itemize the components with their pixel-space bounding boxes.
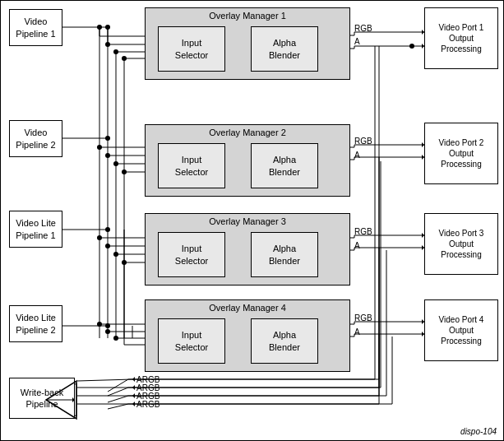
- svg-point-54: [97, 322, 102, 327]
- a-label-2: A: [354, 151, 360, 160]
- a-label-1: A: [354, 37, 360, 46]
- overlay-manager-3-title: Overlay Manager 3: [146, 216, 349, 226]
- overlay-manager-4: Overlay Manager 4 Input Selector Alpha B…: [145, 299, 350, 372]
- svg-point-57: [105, 329, 110, 334]
- diagram-caption: dispo-104: [460, 427, 497, 436]
- video-lite-pipeline-2: Video Lite Pipeline 2: [9, 305, 62, 342]
- overlay-manager-1-title: Overlay Manager 1: [146, 11, 349, 21]
- alpha-blender-1: Alpha Blender: [251, 26, 318, 72]
- input-selector-3: Input Selector: [158, 232, 225, 277]
- svg-line-126: [108, 379, 128, 392]
- a-label-4: A: [354, 327, 360, 337]
- alpha-blender-2: Alpha Blender: [251, 143, 318, 188]
- svg-point-39: [122, 169, 127, 174]
- svg-point-7: [105, 323, 110, 328]
- svg-line-135: [108, 404, 128, 409]
- svg-marker-141: [132, 377, 135, 382]
- writeback-pipeline: Write-back Pipeline: [9, 378, 75, 419]
- svg-line-129: [108, 388, 128, 396]
- rgb-label-4: RGB: [354, 313, 372, 323]
- svg-point-33: [105, 153, 110, 158]
- svg-point-22: [113, 49, 118, 54]
- svg-point-1: [105, 25, 110, 30]
- svg-point-42: [97, 235, 102, 240]
- svg-point-96: [409, 44, 414, 49]
- input-selector-1: Input Selector: [158, 26, 225, 72]
- video-port-3-output: Video Port 3 Output Processing: [424, 213, 498, 275]
- svg-point-45: [105, 244, 110, 248]
- svg-point-13: [97, 25, 102, 30]
- svg-point-26: [122, 56, 127, 61]
- video-pipeline-2: Video Pipeline 2: [9, 120, 62, 157]
- svg-point-60: [113, 336, 118, 341]
- alpha-blender-4: Alpha Blender: [251, 318, 318, 364]
- overlay-manager-1: Overlay Manager 1 Input Selector Alpha B…: [145, 7, 350, 80]
- diagram: Video Pipeline 1 Video Pipeline 2 Video …: [0, 0, 504, 441]
- overlay-manager-3: Overlay Manager 3 Input Selector Alpha B…: [145, 213, 350, 285]
- svg-marker-144: [132, 385, 135, 390]
- svg-point-3: [105, 136, 110, 141]
- overlay-manager-2: Overlay Manager 2 Input Selector Alpha B…: [145, 124, 350, 197]
- alpha-blender-3: Alpha Blender: [251, 232, 318, 277]
- svg-point-48: [113, 252, 118, 257]
- svg-line-152: [77, 379, 132, 381]
- svg-point-51: [122, 260, 127, 265]
- video-port-4-output: Video Port 4 Output Processing: [424, 299, 498, 361]
- rgb-label-3: RGB: [354, 227, 372, 236]
- video-port-1-output: Video Port 1 Output Processing: [424, 7, 498, 69]
- video-pipeline-1: Video Pipeline 1: [9, 9, 62, 46]
- video-lite-pipeline-1: Video Lite Pipeline 1: [9, 211, 62, 248]
- svg-line-132: [108, 396, 128, 402]
- overlay-manager-2-title: Overlay Manager 2: [146, 128, 349, 137]
- argb-label-4: ARGB: [136, 400, 160, 409]
- svg-point-36: [113, 161, 118, 166]
- svg-marker-150: [132, 402, 135, 406]
- svg-point-30: [97, 145, 102, 150]
- a-label-3: A: [354, 241, 360, 250]
- rgb-label-1: RGB: [354, 24, 372, 33]
- svg-marker-147: [132, 393, 135, 398]
- overlay-manager-4-title: Overlay Manager 4: [146, 303, 349, 313]
- input-selector-2: Input Selector: [158, 143, 225, 188]
- rgb-label-2: RGB: [354, 137, 372, 146]
- svg-point-5: [105, 227, 110, 232]
- svg-point-18: [105, 42, 110, 47]
- input-selector-4: Input Selector: [158, 318, 225, 364]
- video-port-2-output: Video Port 2 Output Processing: [424, 123, 498, 184]
